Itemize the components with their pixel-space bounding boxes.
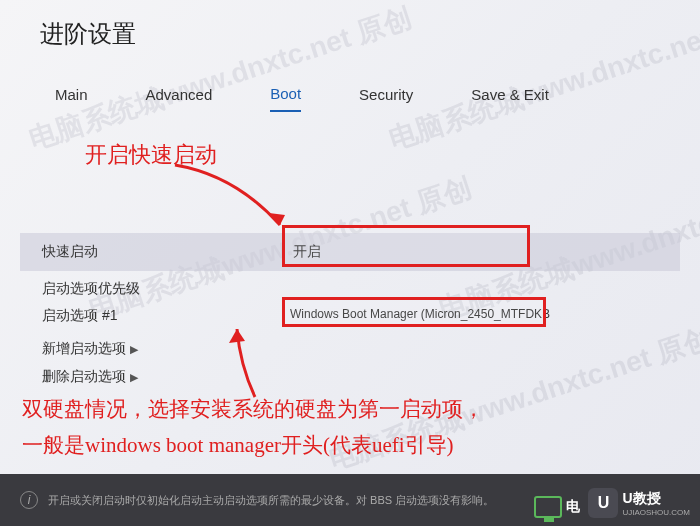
monitor-icon [534, 496, 562, 518]
logo-u-text: U教授 [622, 490, 690, 508]
svg-marker-0 [269, 213, 285, 225]
delete-boot-option[interactable]: 删除启动选项 ▶ [42, 368, 138, 386]
highlight-box-fast-boot [282, 225, 530, 267]
tab-main[interactable]: Main [55, 78, 88, 111]
tab-security[interactable]: Security [359, 78, 413, 111]
logo-u-subtext: UJIAOSHOU.COM [622, 508, 690, 517]
boot-option-1-label[interactable]: 启动选项 #1 [42, 307, 117, 325]
fast-boot-label[interactable]: 快速启动 [42, 243, 98, 261]
annotation-line-2: 一般是windows boot manager开头(代表uefi引导) [22, 428, 484, 464]
logo-u-icon: U [588, 488, 618, 518]
add-boot-option[interactable]: 新增启动选项 ▶ [42, 340, 138, 358]
annotation-fast-boot: 开启快速启动 [85, 140, 217, 170]
chevron-right-icon: ▶ [130, 343, 138, 356]
add-boot-option-label: 新增启动选项 [42, 340, 126, 358]
svg-marker-1 [229, 329, 245, 343]
boot-priority-label: 启动选项优先级 [42, 280, 140, 298]
logo-dnxtc: 电 [534, 496, 580, 518]
footer-help-text: 开启或关闭启动时仅初始化启动主动启动选项所需的最少设备。对 BBS 启动选项没有… [48, 493, 494, 508]
annotation-line-1: 双硬盘情况，选择安装系统的硬盘为第一启动项， [22, 392, 484, 428]
delete-boot-option-label: 删除启动选项 [42, 368, 126, 386]
chevron-right-icon: ▶ [130, 371, 138, 384]
highlight-box-boot-option [282, 297, 546, 327]
logo-ujiaoshou: U U教授 UJIAOSHOU.COM [588, 488, 690, 518]
tab-boot[interactable]: Boot [270, 77, 301, 112]
annotation-dual-disk: 双硬盘情况，选择安装系统的硬盘为第一启动项， 一般是windows boot m… [22, 392, 484, 463]
logo-dnxtc-text: 电 [566, 498, 580, 516]
tab-save-exit[interactable]: Save & Exit [471, 78, 549, 111]
tab-bar: Main Advanced Boot Security Save & Exit [0, 74, 700, 114]
info-icon: i [20, 491, 38, 509]
page-title: 进阶设置 [40, 18, 136, 50]
tab-advanced[interactable]: Advanced [146, 78, 213, 111]
